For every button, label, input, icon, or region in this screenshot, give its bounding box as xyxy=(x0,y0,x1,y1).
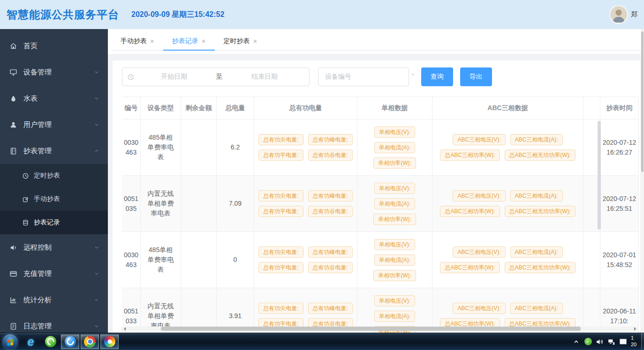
green-browser-taskbar-button[interactable] xyxy=(41,334,60,350)
scroll-right-arrow[interactable] xyxy=(634,327,638,331)
table-cell xyxy=(583,288,600,333)
scroll-left-arrow[interactable] xyxy=(122,327,126,331)
ime-icon[interactable] xyxy=(619,338,627,346)
green-browser-icon xyxy=(45,336,56,347)
export-button[interactable]: 导出 xyxy=(460,67,492,86)
remote-icon xyxy=(9,244,17,252)
sidebar-item-label: 手动抄表 xyxy=(34,195,60,203)
home-icon xyxy=(9,42,17,50)
blue-browser-taskbar-button[interactable] xyxy=(61,334,80,350)
cell-value: 2020-07-12 16:25:51 xyxy=(602,194,636,214)
column-header-label: 编号 xyxy=(125,103,138,113)
table-cell: 0030463 xyxy=(122,232,141,288)
sidebar-item-recharge-management[interactable]: 充值管理 xyxy=(0,261,108,287)
horizontal-scrollbar[interactable] xyxy=(121,327,639,331)
sidebar-item-label: 水表 xyxy=(23,94,38,103)
hidden-icons-icon[interactable] xyxy=(572,338,580,346)
data-tag: 单相电流(A): xyxy=(374,311,415,322)
sidebar-item-reading-records[interactable]: 抄表记录 xyxy=(0,211,108,234)
submenu-meter-reading-management: 定时抄表手动抄表抄表记录 xyxy=(0,164,108,234)
table-cell: 0051033 xyxy=(122,288,141,333)
sidebar-item-scheduled-reading[interactable]: 定时抄表 xyxy=(0,164,108,187)
show-desktop-button[interactable] xyxy=(641,333,644,350)
vertical-scrollbar-thumb[interactable] xyxy=(641,31,644,172)
table-cell: ABC三相电压(V):ABC三相电流(A):总ABC三相功率(W):总ABC三相… xyxy=(432,119,583,175)
user-menu[interactable]: 郑 xyxy=(610,6,637,23)
tag-group: 总有功尖电量:总有功峰电量:总有功平电量:总有功谷电量: xyxy=(258,303,353,329)
ie-taskbar-button[interactable]: e xyxy=(21,334,40,350)
water-icon xyxy=(9,95,17,103)
sidebar-item-statistics-analysis[interactable]: 统计分析 xyxy=(0,287,108,313)
security-shield-icon[interactable]: ✓ xyxy=(584,338,592,346)
table-cell: 0051035 xyxy=(122,176,141,231)
query-button[interactable]: 查询 xyxy=(421,67,453,86)
tag-row: ABC三相电压(V):ABC三相电流(A): xyxy=(453,190,562,201)
sidebar-item-meter-reading-management[interactable]: 抄表管理 xyxy=(0,138,108,164)
table-cell: ABC三相电压(V):ABC三相电流(A):总ABC三相功率(W):总ABC三相… xyxy=(432,288,583,333)
sidebar-item-label: 远程控制 xyxy=(23,243,52,252)
content-area: 开始日期 至 结束日期 设备编号 ` 查询 导出 编号设备类型剩余 xyxy=(108,54,644,333)
tab-scheduled-reading[interactable]: 定时抄表× xyxy=(215,32,266,50)
tag-row: 总有功平电量:总有功谷电量: xyxy=(258,262,353,273)
horizontal-scrollbar-thumb[interactable] xyxy=(161,327,581,331)
column-header-label: 总电量 xyxy=(226,103,245,113)
sidebar-item-manual-reading[interactable]: 手动抄表 xyxy=(0,187,108,211)
data-tag: 总ABC三相无功功率(W): xyxy=(505,206,576,217)
sidebar-item-label: 充值管理 xyxy=(23,269,52,278)
tag-group: ABC三相电压(V):ABC三相电流(A):总ABC三相功率(W):总ABC三相… xyxy=(440,246,576,273)
tag-group: ABC三相电压(V):ABC三相电流(A):总ABC三相功率(W):总ABC三相… xyxy=(440,134,576,161)
table-cell: 总有功尖电量:总有功峰电量:总有功平电量:总有功谷电量: xyxy=(254,288,357,333)
device-number-input[interactable]: 设备编号 xyxy=(318,67,409,86)
tag-group: 总有功尖电量:总有功峰电量:总有功平电量:总有功谷电量: xyxy=(258,134,353,161)
data-tag: 单相电压(V): xyxy=(374,239,415,250)
cell-value: 0051033 xyxy=(123,306,139,326)
tag-row: 总有功平电量:总有功谷电量: xyxy=(258,149,353,161)
tag-group: 单相电压(V):单相电流(A):单相功率(W): xyxy=(373,183,416,225)
start-button[interactable] xyxy=(3,335,17,349)
volume-icon[interactable] xyxy=(596,338,604,346)
system-tray: ✓ xyxy=(572,338,629,346)
network-icon[interactable] xyxy=(607,338,615,346)
sidebar-item-device-management[interactable]: 设备管理 xyxy=(0,59,108,85)
sidebar-item-label: 用户管理 xyxy=(23,120,52,129)
app-header: 智慧能源公共服务平台 2020-09-09 星期三15:42:52 郑 xyxy=(0,0,644,29)
tab-label: 定时抄表 xyxy=(224,37,250,45)
media-app-taskbar-button[interactable] xyxy=(100,334,119,350)
date-range-picker[interactable]: 开始日期 至 结束日期 xyxy=(122,67,310,86)
table-cell: 总有功尖电量:总有功峰电量:总有功平电量:总有功谷电量: xyxy=(254,232,357,288)
vertical-scrollbar[interactable] xyxy=(641,29,644,333)
data-tag: 单相电压(V): xyxy=(374,183,415,194)
avatar[interactable] xyxy=(610,6,627,23)
sidebar-item-log-management[interactable]: 日志管理 xyxy=(0,313,108,333)
data-tag: 总有功平电量: xyxy=(258,149,303,161)
tag-row: 单相功率(W): xyxy=(373,270,416,281)
data-tag: ABC三相电压(V): xyxy=(453,134,505,145)
close-icon[interactable]: × xyxy=(253,37,258,45)
table-cell xyxy=(181,288,217,333)
start-date-input[interactable]: 开始日期 xyxy=(134,73,214,81)
sidebar-item-home[interactable]: 首页 xyxy=(0,33,108,59)
data-tag: 单相功率(W): xyxy=(373,157,416,169)
table-row: 0051033内置无线单相单费率电表3.91总有功尖电量:总有功峰电量:总有功平… xyxy=(122,288,639,333)
tab-reading-records[interactable]: 抄表记录× xyxy=(163,32,215,50)
sidebar-item-remote-control[interactable]: 远程控制 xyxy=(0,234,108,261)
sidebar-item-water-meter[interactable]: 水表 xyxy=(0,85,108,112)
end-date-input[interactable]: 结束日期 xyxy=(225,73,305,81)
cell-value: 485单相单费率电表 xyxy=(146,133,175,162)
tag-row: 单相电压(V): xyxy=(374,295,415,306)
data-tag: 总有功尖电量: xyxy=(258,190,303,201)
sidebar-item-user-management[interactable]: 用户管理 xyxy=(0,112,108,138)
tab-manual-reading[interactable]: 手动抄表× xyxy=(112,32,163,50)
data-tag: 总有功谷电量: xyxy=(308,262,353,273)
table-vertical-scrollbar-thumb[interactable] xyxy=(598,121,601,230)
chrome-taskbar-button[interactable] xyxy=(80,334,99,350)
data-tag: 总有功谷电量: xyxy=(308,149,353,161)
horizontal-scrollbar-track[interactable] xyxy=(126,327,634,331)
close-icon[interactable]: × xyxy=(150,37,154,45)
table-cell: 0 xyxy=(217,232,254,288)
tag-row: ABC三相电压(V):ABC三相电流(A): xyxy=(453,246,562,258)
username: 郑 xyxy=(631,10,637,19)
user-icon xyxy=(9,121,17,129)
taskbar-clock[interactable]: 1 20 xyxy=(631,335,639,348)
close-icon[interactable]: × xyxy=(202,37,206,45)
